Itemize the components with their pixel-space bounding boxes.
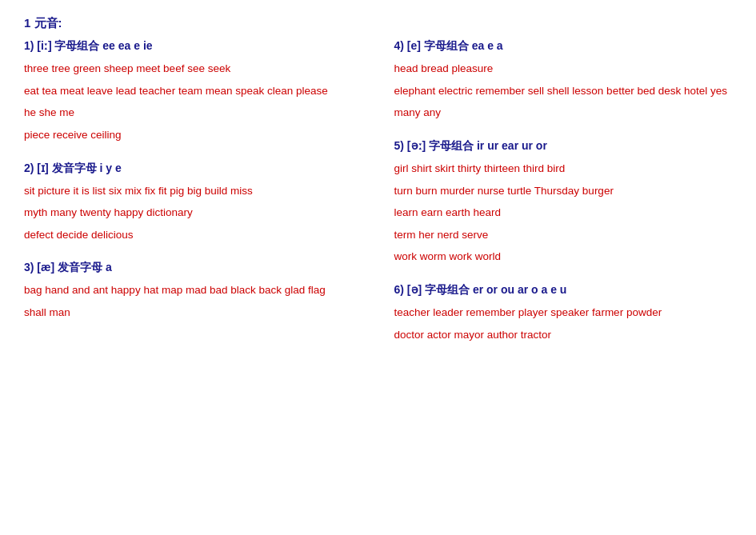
section-ii-line-2: he she me [24,102,362,123]
section-schwa-long-title: 5) [əː] 字母组合 ir ur ear ur or [394,139,733,154]
section-sl-line-3: term her nerd serve [394,225,733,246]
page-container: 1 元音: 1) [iː] 字母组合 ee ea e ie three tree… [24,16,732,361]
main-layout: 1) [iː] 字母组合 ee ea e ie three tree green… [24,39,732,361]
section-schwa-long: 5) [əː] 字母组合 ir ur ear ur or girl shirt … [394,139,733,267]
section-ae-line-0: bag hand and ant happy hat map mad bad b… [24,280,362,301]
section-sl-line-1: turn burn murder nurse turtle Thursday b… [394,181,733,202]
section-ae-line-1: shall man [24,302,362,323]
section-ii: 1) [iː] 字母组合 ee ea e ie three tree green… [24,39,362,146]
section-i-line-2: defect decide delicious [24,225,362,246]
right-column: 4) [e] 字母组合 ea e a head bread pleasure e… [378,39,733,361]
section-i: 2) [ɪ] 发音字母 i y e sit picture it is list… [24,162,362,246]
left-column: 1) [iː] 字母组合 ee ea e ie three tree green… [24,39,378,361]
section-ii-line-3: piece receive ceiling [24,125,362,146]
section-ii-title: 1) [iː] 字母组合 ee ea e ie [24,39,362,54]
section-schwa-line-1: doctor actor mayor author tractor [394,325,733,345]
section-ae-title: 3) [æ] 发音字母 a [24,261,362,275]
section-i-title: 2) [ɪ] 发音字母 i y e [24,162,362,176]
section-e-title: 4) [e] 字母组合 ea e a [394,39,733,54]
section-schwa: 6) [ə] 字母组合 er or ou ar o a e u teacher … [394,283,733,345]
section-ii-line-0: three tree green sheep meet beef see see… [24,58,362,79]
section-i-line-1: myth many twenty happy dictionary [24,202,362,223]
section-ae: 3) [æ] 发音字母 a bag hand and ant happy hat… [24,261,362,322]
page-header: 1 元音: [24,16,732,31]
section-schwa-title: 6) [ə] 字母组合 er or ou ar o a e u [394,283,733,297]
section-e-line-1: elephant electric remember sell shell le… [394,81,733,102]
section-sl-line-0: girl shirt skirt thirty thirteen third b… [394,158,733,179]
section-sl-line-4: work worm work world [394,246,733,267]
section-sl-line-2: learn earn earth heard [394,202,733,223]
section-e-line-2: many any [394,102,733,123]
section-e-line-0: head bread pleasure [394,58,733,79]
section-schwa-line-0: teacher leader remember player speaker f… [394,302,733,323]
section-e: 4) [e] 字母组合 ea e a head bread pleasure e… [394,39,733,123]
section-ii-line-1: eat tea meat leave lead teacher team mea… [24,81,362,102]
section-i-line-0: sit picture it is list six mix fix fit p… [24,181,362,202]
